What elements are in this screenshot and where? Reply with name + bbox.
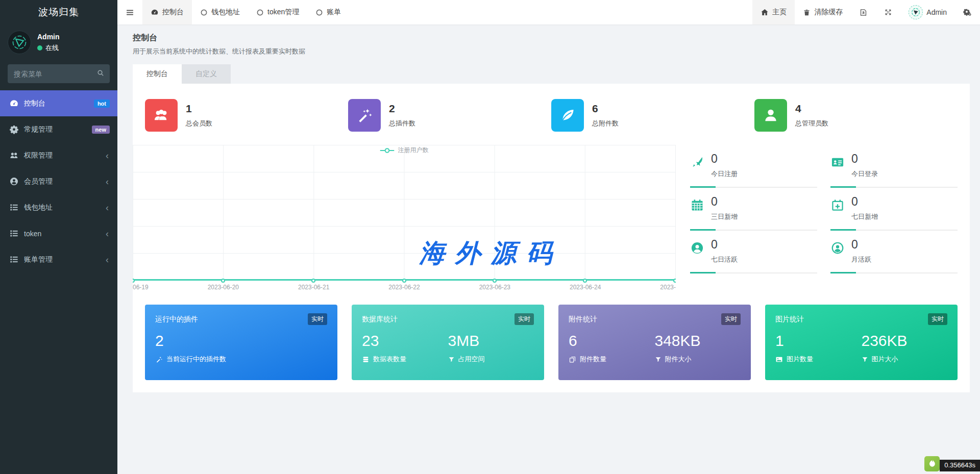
hamburger-icon (126, 8, 134, 17)
tab-bill[interactable]: 账单 (307, 0, 349, 24)
sidebar-toggle-button[interactable] (117, 0, 142, 24)
search-input[interactable] (8, 64, 110, 83)
card-label: 占用空间 (458, 355, 485, 364)
mini-stat-label: 今日注册 (711, 169, 738, 179)
chart-legend[interactable]: 注册用户数 (380, 146, 429, 155)
card-value: 6 (569, 332, 655, 350)
sidebar-item-members[interactable]: 会员管理 ‹ (0, 168, 117, 194)
page-tabs: 控制台 自定义 (133, 64, 970, 84)
sidebar-item-bills[interactable]: 账单管理 ‹ (0, 246, 117, 272)
card-label: 当前运行中的插件数 (166, 355, 226, 364)
stat-value: 1 (186, 103, 212, 115)
tron-logo-icon (11, 34, 28, 51)
x-tick: 2023-06-20 (208, 284, 239, 291)
mini-stat-today-login: 0 今日登录 (830, 145, 958, 188)
tab-dashboard[interactable]: 控制台 (142, 0, 192, 24)
online-dot-icon (37, 45, 42, 51)
page-title: 控制台 (133, 33, 970, 43)
stat-value: 4 (795, 103, 828, 115)
tron-logo-icon (911, 7, 921, 17)
tab-label: token管理 (267, 8, 299, 17)
avatar (909, 5, 923, 19)
user-name: Admin (37, 33, 60, 41)
mini-stat-label: 七日活跃 (711, 255, 738, 264)
stat-label: 总管理员数 (795, 119, 828, 128)
app-title: 波场归集 (0, 0, 117, 24)
settings-button[interactable] (955, 0, 980, 24)
stat-value: 6 (592, 103, 619, 115)
tab-wallet[interactable]: 钱包地址 (192, 0, 248, 24)
summary-cards: 运行中的插件 实时 2 当前运行中的插件数 (133, 297, 970, 392)
calendar-icon (690, 198, 704, 212)
registrations-chart[interactable]: 注册用户数 海外源码 2023-06-19 (133, 145, 676, 292)
dashboard-icon (8, 98, 20, 108)
card-value: 2 (155, 332, 327, 350)
mini-stat-label: 月活跃 (851, 255, 871, 264)
main-area: 控制台 钱包地址 token管理 账单 (117, 0, 980, 474)
x-tick: 2023-06-22 (388, 284, 420, 291)
stat-value: 2 (389, 103, 415, 115)
circle-o-icon (256, 9, 264, 16)
trash-icon (803, 9, 811, 16)
card-label: 数据表数量 (373, 355, 406, 364)
realtime-badge: 实时 (721, 313, 741, 325)
sidebar-item-dashboard[interactable]: 控制台 hot (0, 90, 117, 116)
x-tick: 2023-06-19 (133, 284, 149, 291)
sidebar-item-token[interactable]: token ‹ (0, 220, 117, 246)
home-button[interactable]: 主页 (752, 0, 795, 24)
mini-stat-label: 三日新增 (711, 212, 738, 221)
mini-stats: 0 今日注册 0 今日登录 (690, 145, 958, 292)
avatar (8, 31, 31, 54)
thinkphp-icon[interactable] (924, 456, 940, 471)
tab-console[interactable]: 控制台 (133, 64, 182, 84)
mini-stat-value: 0 (711, 238, 738, 252)
mini-stat-label: 今日登录 (851, 169, 878, 179)
sidebar-item-general[interactable]: 常规管理 new (0, 116, 117, 142)
card-label: 图片数量 (787, 355, 813, 364)
circle-o-icon (315, 9, 323, 16)
card-images: 图片统计 实时 1 图片数量 (765, 305, 958, 380)
magic-icon (348, 99, 381, 132)
card-label: 附件数量 (580, 355, 606, 364)
card-title: 附件统计 (569, 315, 597, 324)
topbar-tabs: 控制台 钱包地址 token管理 账单 (142, 0, 349, 24)
tab-label: 钱包地址 (211, 8, 240, 17)
user-circle-icon (690, 241, 704, 255)
stats-row: 1 总会员数 2 总插件数 (133, 84, 970, 142)
stat-admins: 4 总管理员数 (754, 99, 958, 132)
tab-custom[interactable]: 自定义 (182, 64, 231, 84)
mini-stat-value: 0 (851, 152, 878, 166)
mini-stat-value: 0 (711, 152, 738, 166)
rocket-icon (690, 155, 704, 169)
tab-token[interactable]: token管理 (248, 0, 307, 24)
user-menu[interactable]: Admin (900, 0, 955, 24)
list-icon (8, 229, 20, 238)
cogs-icon (8, 124, 20, 134)
card-value: 236KB (862, 332, 948, 350)
tab-label: 控制台 (162, 8, 184, 17)
stat-members: 1 总会员数 (145, 99, 348, 132)
card-value: 23 (362, 332, 448, 350)
x-tick: 2023-06-25 (660, 284, 676, 291)
fullscreen-button[interactable] (876, 0, 900, 24)
user-panel: Admin 在线 (0, 24, 117, 61)
new-badge: new (92, 126, 110, 134)
language-icon (859, 8, 868, 17)
top-navbar: 控制台 钱包地址 token管理 账单 (117, 0, 980, 24)
card-value: 1 (775, 332, 862, 350)
mini-stat-value: 0 (851, 238, 871, 252)
card-value: 348KB (655, 332, 741, 350)
watermark: 海外源码 (420, 236, 562, 270)
chevron-left-icon: ‹ (106, 255, 110, 264)
sidebar-item-label: 常规管理 (24, 125, 53, 134)
sidebar-item-wallet[interactable]: 钱包地址 ‹ (0, 194, 117, 220)
mini-stat-three-day: 0 三日新增 (690, 188, 817, 231)
language-button[interactable] (851, 0, 876, 24)
sidebar-item-label: 钱包地址 (24, 203, 53, 212)
sidebar-item-label: 账单管理 (24, 255, 53, 264)
card-label: 附件大小 (665, 355, 692, 364)
clear-cache-button[interactable]: 清除缓存 (795, 0, 851, 24)
sidebar-item-label: 控制台 (24, 99, 45, 108)
mini-stat-seven-active: 0 七日活跃 (690, 231, 817, 273)
sidebar-item-auth[interactable]: 权限管理 ‹ (0, 142, 117, 168)
